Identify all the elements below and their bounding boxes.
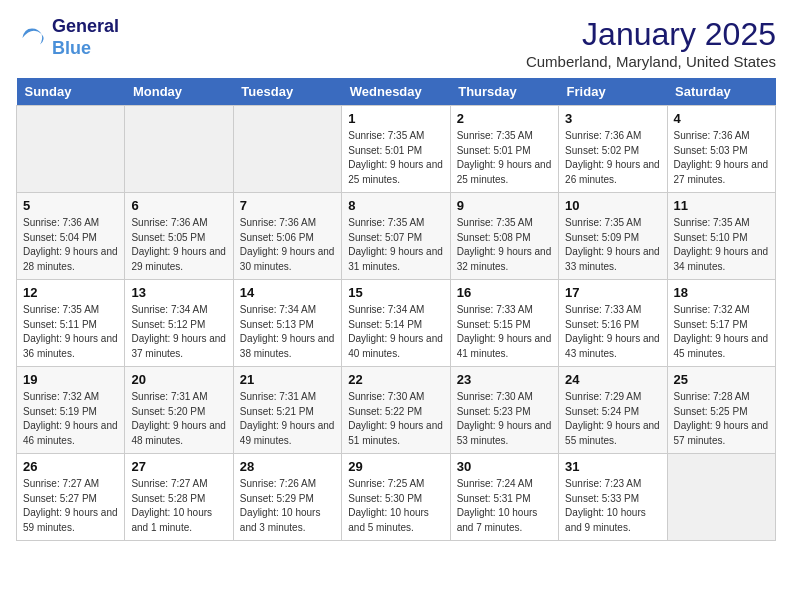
day-number: 20 xyxy=(131,372,226,387)
calendar-cell: 14Sunrise: 7:34 AM Sunset: 5:13 PM Dayli… xyxy=(233,280,341,367)
day-detail: Sunrise: 7:30 AM Sunset: 5:23 PM Dayligh… xyxy=(457,390,552,448)
day-number: 6 xyxy=(131,198,226,213)
day-detail: Sunrise: 7:32 AM Sunset: 5:19 PM Dayligh… xyxy=(23,390,118,448)
week-row-1: 1Sunrise: 7:35 AM Sunset: 5:01 PM Daylig… xyxy=(17,106,776,193)
calendar-cell: 29Sunrise: 7:25 AM Sunset: 5:30 PM Dayli… xyxy=(342,454,450,541)
weekday-header-tuesday: Tuesday xyxy=(233,78,341,106)
day-detail: Sunrise: 7:34 AM Sunset: 5:12 PM Dayligh… xyxy=(131,303,226,361)
calendar-cell xyxy=(667,454,775,541)
day-detail: Sunrise: 7:33 AM Sunset: 5:16 PM Dayligh… xyxy=(565,303,660,361)
calendar-table: SundayMondayTuesdayWednesdayThursdayFrid… xyxy=(16,78,776,541)
title-block: January 2025 Cumberland, Maryland, Unite… xyxy=(526,16,776,70)
calendar-cell: 1Sunrise: 7:35 AM Sunset: 5:01 PM Daylig… xyxy=(342,106,450,193)
weekday-header-friday: Friday xyxy=(559,78,667,106)
day-number: 29 xyxy=(348,459,443,474)
weekday-header-wednesday: Wednesday xyxy=(342,78,450,106)
month-title: January 2025 xyxy=(526,16,776,53)
day-detail: Sunrise: 7:35 AM Sunset: 5:07 PM Dayligh… xyxy=(348,216,443,274)
day-number: 10 xyxy=(565,198,660,213)
calendar-cell: 7Sunrise: 7:36 AM Sunset: 5:06 PM Daylig… xyxy=(233,193,341,280)
calendar-cell: 2Sunrise: 7:35 AM Sunset: 5:01 PM Daylig… xyxy=(450,106,558,193)
calendar-cell: 5Sunrise: 7:36 AM Sunset: 5:04 PM Daylig… xyxy=(17,193,125,280)
calendar-cell: 20Sunrise: 7:31 AM Sunset: 5:20 PM Dayli… xyxy=(125,367,233,454)
calendar-cell: 16Sunrise: 7:33 AM Sunset: 5:15 PM Dayli… xyxy=(450,280,558,367)
day-detail: Sunrise: 7:26 AM Sunset: 5:29 PM Dayligh… xyxy=(240,477,335,535)
calendar-cell: 23Sunrise: 7:30 AM Sunset: 5:23 PM Dayli… xyxy=(450,367,558,454)
day-detail: Sunrise: 7:30 AM Sunset: 5:22 PM Dayligh… xyxy=(348,390,443,448)
logo-line2: Blue xyxy=(52,38,119,60)
week-row-3: 12Sunrise: 7:35 AM Sunset: 5:11 PM Dayli… xyxy=(17,280,776,367)
calendar-cell: 24Sunrise: 7:29 AM Sunset: 5:24 PM Dayli… xyxy=(559,367,667,454)
day-number: 30 xyxy=(457,459,552,474)
calendar-cell: 30Sunrise: 7:24 AM Sunset: 5:31 PM Dayli… xyxy=(450,454,558,541)
day-detail: Sunrise: 7:34 AM Sunset: 5:13 PM Dayligh… xyxy=(240,303,335,361)
day-number: 21 xyxy=(240,372,335,387)
calendar-cell: 9Sunrise: 7:35 AM Sunset: 5:08 PM Daylig… xyxy=(450,193,558,280)
weekday-header-row: SundayMondayTuesdayWednesdayThursdayFrid… xyxy=(17,78,776,106)
day-detail: Sunrise: 7:36 AM Sunset: 5:03 PM Dayligh… xyxy=(674,129,769,187)
weekday-header-saturday: Saturday xyxy=(667,78,775,106)
day-detail: Sunrise: 7:35 AM Sunset: 5:01 PM Dayligh… xyxy=(348,129,443,187)
calendar-cell: 22Sunrise: 7:30 AM Sunset: 5:22 PM Dayli… xyxy=(342,367,450,454)
calendar-cell: 31Sunrise: 7:23 AM Sunset: 5:33 PM Dayli… xyxy=(559,454,667,541)
day-detail: Sunrise: 7:33 AM Sunset: 5:15 PM Dayligh… xyxy=(457,303,552,361)
day-number: 24 xyxy=(565,372,660,387)
week-row-5: 26Sunrise: 7:27 AM Sunset: 5:27 PM Dayli… xyxy=(17,454,776,541)
day-number: 3 xyxy=(565,111,660,126)
calendar-cell: 18Sunrise: 7:32 AM Sunset: 5:17 PM Dayli… xyxy=(667,280,775,367)
day-detail: Sunrise: 7:24 AM Sunset: 5:31 PM Dayligh… xyxy=(457,477,552,535)
week-row-2: 5Sunrise: 7:36 AM Sunset: 5:04 PM Daylig… xyxy=(17,193,776,280)
calendar-cell: 26Sunrise: 7:27 AM Sunset: 5:27 PM Dayli… xyxy=(17,454,125,541)
day-detail: Sunrise: 7:35 AM Sunset: 5:10 PM Dayligh… xyxy=(674,216,769,274)
day-number: 2 xyxy=(457,111,552,126)
day-number: 31 xyxy=(565,459,660,474)
calendar-cell: 28Sunrise: 7:26 AM Sunset: 5:29 PM Dayli… xyxy=(233,454,341,541)
day-number: 15 xyxy=(348,285,443,300)
logo-line1: General xyxy=(52,16,119,38)
day-detail: Sunrise: 7:28 AM Sunset: 5:25 PM Dayligh… xyxy=(674,390,769,448)
weekday-header-sunday: Sunday xyxy=(17,78,125,106)
day-number: 11 xyxy=(674,198,769,213)
day-number: 12 xyxy=(23,285,118,300)
day-detail: Sunrise: 7:36 AM Sunset: 5:05 PM Dayligh… xyxy=(131,216,226,274)
logo-text: General Blue xyxy=(52,16,119,59)
calendar-cell: 4Sunrise: 7:36 AM Sunset: 5:03 PM Daylig… xyxy=(667,106,775,193)
day-detail: Sunrise: 7:36 AM Sunset: 5:02 PM Dayligh… xyxy=(565,129,660,187)
day-number: 5 xyxy=(23,198,118,213)
calendar-cell xyxy=(233,106,341,193)
day-number: 18 xyxy=(674,285,769,300)
day-detail: Sunrise: 7:27 AM Sunset: 5:27 PM Dayligh… xyxy=(23,477,118,535)
calendar-cell: 27Sunrise: 7:27 AM Sunset: 5:28 PM Dayli… xyxy=(125,454,233,541)
day-detail: Sunrise: 7:29 AM Sunset: 5:24 PM Dayligh… xyxy=(565,390,660,448)
calendar-cell: 19Sunrise: 7:32 AM Sunset: 5:19 PM Dayli… xyxy=(17,367,125,454)
day-number: 26 xyxy=(23,459,118,474)
day-number: 27 xyxy=(131,459,226,474)
day-detail: Sunrise: 7:35 AM Sunset: 5:11 PM Dayligh… xyxy=(23,303,118,361)
day-number: 25 xyxy=(674,372,769,387)
calendar-cell: 6Sunrise: 7:36 AM Sunset: 5:05 PM Daylig… xyxy=(125,193,233,280)
calendar-cell: 15Sunrise: 7:34 AM Sunset: 5:14 PM Dayli… xyxy=(342,280,450,367)
day-number: 28 xyxy=(240,459,335,474)
weekday-header-thursday: Thursday xyxy=(450,78,558,106)
day-number: 22 xyxy=(348,372,443,387)
day-number: 19 xyxy=(23,372,118,387)
day-number: 1 xyxy=(348,111,443,126)
day-detail: Sunrise: 7:32 AM Sunset: 5:17 PM Dayligh… xyxy=(674,303,769,361)
day-detail: Sunrise: 7:35 AM Sunset: 5:09 PM Dayligh… xyxy=(565,216,660,274)
page-header: General Blue January 2025 Cumberland, Ma… xyxy=(16,16,776,70)
calendar-cell: 10Sunrise: 7:35 AM Sunset: 5:09 PM Dayli… xyxy=(559,193,667,280)
calendar-cell: 3Sunrise: 7:36 AM Sunset: 5:02 PM Daylig… xyxy=(559,106,667,193)
day-detail: Sunrise: 7:31 AM Sunset: 5:20 PM Dayligh… xyxy=(131,390,226,448)
calendar-cell: 13Sunrise: 7:34 AM Sunset: 5:12 PM Dayli… xyxy=(125,280,233,367)
calendar-cell: 12Sunrise: 7:35 AM Sunset: 5:11 PM Dayli… xyxy=(17,280,125,367)
day-number: 9 xyxy=(457,198,552,213)
day-detail: Sunrise: 7:34 AM Sunset: 5:14 PM Dayligh… xyxy=(348,303,443,361)
day-detail: Sunrise: 7:25 AM Sunset: 5:30 PM Dayligh… xyxy=(348,477,443,535)
weekday-header-monday: Monday xyxy=(125,78,233,106)
day-detail: Sunrise: 7:35 AM Sunset: 5:01 PM Dayligh… xyxy=(457,129,552,187)
day-number: 13 xyxy=(131,285,226,300)
calendar-cell xyxy=(17,106,125,193)
logo: General Blue xyxy=(16,16,119,59)
day-number: 14 xyxy=(240,285,335,300)
calendar-cell: 21Sunrise: 7:31 AM Sunset: 5:21 PM Dayli… xyxy=(233,367,341,454)
